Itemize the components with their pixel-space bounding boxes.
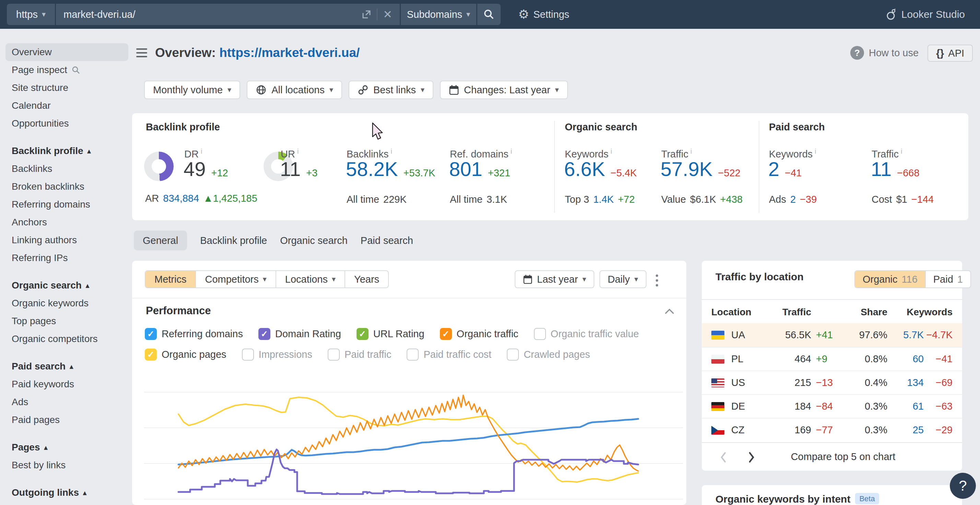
table-row-cz[interactable]: CZ 169 −77 0.3% 25 −29 <box>702 418 962 441</box>
sidebar-item-linking-authors[interactable]: Linking authors <box>0 231 134 249</box>
checkbox-paid-traffic-cost[interactable]: Paid traffic cost <box>407 349 492 360</box>
organic-traffic-value[interactable]: 57.9K <box>660 159 713 179</box>
checkbox-referring-domains[interactable]: ✓Referring domains <box>145 328 243 340</box>
segment-locations[interactable]: Locations▾ <box>275 271 345 287</box>
sidebar-item-overview[interactable]: Overview <box>5 43 128 61</box>
sidebar-item-page-inspect[interactable]: Page inspect <box>0 61 134 79</box>
scope-select[interactable]: Subdomains ▾ <box>401 4 476 25</box>
checkbox-impressions[interactable]: Impressions <box>242 349 312 360</box>
sidebar-section-backlink-profile[interactable]: Backlink profile▴ <box>0 142 134 160</box>
prev-page-icon[interactable] <box>719 451 728 464</box>
sidebar-item-top-pages[interactable]: Top pages <box>0 312 134 330</box>
settings-button[interactable]: ⚙ Settings <box>518 0 569 29</box>
toggle-paid[interactable]: Paid 1 <box>925 271 970 287</box>
checkbox-paid-traffic[interactable]: Paid traffic <box>328 349 391 360</box>
compare-top5-link[interactable]: Compare top 5 on chart <box>775 451 912 462</box>
checkbox-organic-traffic-value[interactable]: Organic traffic value <box>534 328 639 340</box>
ref-domains-change: +321 <box>488 167 510 179</box>
table-row-us[interactable]: US 215 −13 0.4% 134 −69 <box>702 370 962 394</box>
checkbox-url-rating[interactable]: ✓URL Rating <box>356 328 425 340</box>
search-button[interactable] <box>477 4 501 25</box>
links-filter-dropdown[interactable]: Best links▾ <box>348 81 433 99</box>
paid-count: 1 <box>957 274 963 285</box>
paid-keywords-value[interactable]: 2 <box>768 159 779 179</box>
sidebar-section-paid-search[interactable]: Paid search▴ <box>0 357 134 375</box>
sidebar: Overview Page inspect Site structure Cal… <box>0 29 134 505</box>
api-button[interactable]: {} API <box>928 44 973 62</box>
tab-paid-search[interactable]: Paid search <box>361 230 413 251</box>
segment-metrics[interactable]: Metrics <box>145 271 195 287</box>
table-row-pl[interactable]: PL 464 +9 0.8% 60 −41 <box>702 347 962 370</box>
more-options-icon[interactable] <box>656 275 659 289</box>
sidebar-section-pages[interactable]: Pages▴ <box>0 438 134 456</box>
ua-flag-icon <box>711 331 724 340</box>
sidebar-item-broken-backlinks[interactable]: Broken backlinks <box>0 178 134 195</box>
protocol-value: https <box>16 9 38 20</box>
checkbox-organic-pages[interactable]: ✓Organic pages <box>145 349 226 360</box>
col-keywords[interactable]: Keywords <box>887 307 953 318</box>
looker-studio-button[interactable]: Looker Studio <box>886 0 965 29</box>
ref-domains-value[interactable]: 801 <box>449 159 482 179</box>
segment-years[interactable]: Years <box>345 271 388 287</box>
sidebar-item-referring-domains[interactable]: Referring domains <box>0 195 134 213</box>
granularity-dropdown[interactable]: Daily ▾ <box>600 270 646 288</box>
tab-backlink-profile[interactable]: Backlink profile <box>200 230 267 251</box>
sidebar-item-best-by-links[interactable]: Best by links <box>0 456 134 474</box>
sidebar-item-ads[interactable]: Ads <box>0 393 134 411</box>
sidebar-item-calendar[interactable]: Calendar <box>0 97 134 114</box>
sidebar-item-organic-competitors[interactable]: Organic competitors <box>0 330 134 348</box>
col-traffic[interactable]: Traffic <box>764 307 811 318</box>
divider <box>132 298 686 299</box>
tab-general[interactable]: General <box>134 230 187 251</box>
date-range-dropdown[interactable]: Last year ▾ <box>515 270 594 288</box>
info-icon: i <box>815 148 816 155</box>
question-icon: ? <box>850 46 864 60</box>
collapse-sidebar-icon[interactable] <box>136 48 147 60</box>
toggle-organic[interactable]: Organic 116 <box>855 271 925 287</box>
sidebar-item-linked-domains[interactable]: Linked domains <box>0 502 134 505</box>
clear-url-icon[interactable]: ✕ <box>383 9 392 20</box>
locations-filter-dropdown[interactable]: All locations▾ <box>247 81 342 99</box>
changes-filter-dropdown[interactable]: Changes: Last year▾ <box>440 81 568 99</box>
how-to-use-button[interactable]: ? How to use <box>850 46 919 60</box>
paid-traffic-value[interactable]: 11 <box>871 159 891 179</box>
col-location[interactable]: Location <box>711 307 764 318</box>
table-row-ua[interactable]: UA 56.5K +41 97.6% 5.7K −4.7K <box>702 323 962 347</box>
backlinks-value[interactable]: 58.2K <box>346 159 398 179</box>
checkbox-organic-traffic[interactable]: ✓Organic traffic <box>440 328 519 340</box>
sidebar-item-referring-ips[interactable]: Referring IPs <box>0 249 134 267</box>
organic-traffic-change: −522 <box>718 167 740 179</box>
pl-flag-icon <box>711 355 724 364</box>
help-button[interactable]: ? <box>950 473 976 499</box>
sidebar-item-site-structure[interactable]: Site structure <box>0 79 134 97</box>
next-page-icon[interactable] <box>747 451 755 464</box>
metrics-segmented-control: Metrics Competitors▾ Locations▾ Years <box>145 270 389 288</box>
col-share[interactable]: Share <box>843 307 887 318</box>
sidebar-item-paid-pages[interactable]: Paid pages <box>0 411 134 429</box>
sidebar-item-backlinks[interactable]: Backlinks <box>0 160 134 178</box>
ref-domains-alltime: All time3.1K <box>450 194 507 205</box>
backlinks-change: +53.7K <box>404 167 436 179</box>
checkbox-domain-rating[interactable]: ✓Domain Rating <box>258 328 341 340</box>
sidebar-item-anchors[interactable]: Anchors <box>0 213 134 231</box>
table-row-de[interactable]: DE 184 −84 0.3% 61 −63 <box>702 394 962 418</box>
chevron-down-icon: ▾ <box>421 86 425 94</box>
tab-organic-search[interactable]: Organic search <box>280 230 348 251</box>
organic-keywords-value[interactable]: 6.6K <box>564 159 605 179</box>
target-url-link[interactable]: https://market-dveri.ua/ <box>219 46 360 60</box>
checkbox-crawled-pages[interactable]: Crawled pages <box>507 349 590 360</box>
target-url-input[interactable]: market-dveri.ua/ ✕ <box>56 4 400 25</box>
protocol-select[interactable]: https ▾ <box>7 4 55 25</box>
collapse-section-icon[interactable] <box>665 308 674 314</box>
sidebar-section-outgoing-links[interactable]: Outgoing links▴ <box>0 484 134 502</box>
sidebar-item-paid-keywords[interactable]: Paid keywords <box>0 375 134 393</box>
volume-filter-dropdown[interactable]: Monthly volume▾ <box>144 81 240 99</box>
sidebar-item-opportunities[interactable]: Opportunities <box>0 114 134 132</box>
ar-value[interactable]: 834,884 <box>163 193 199 204</box>
performance-line-chart[interactable] <box>144 371 683 505</box>
open-external-icon[interactable] <box>361 9 371 19</box>
sidebar-section-organic-search[interactable]: Organic search▴ <box>0 276 134 294</box>
segment-competitors[interactable]: Competitors▾ <box>195 271 275 287</box>
sidebar-item-organic-keywords[interactable]: Organic keywords <box>0 294 134 312</box>
mouse-cursor <box>370 122 385 140</box>
